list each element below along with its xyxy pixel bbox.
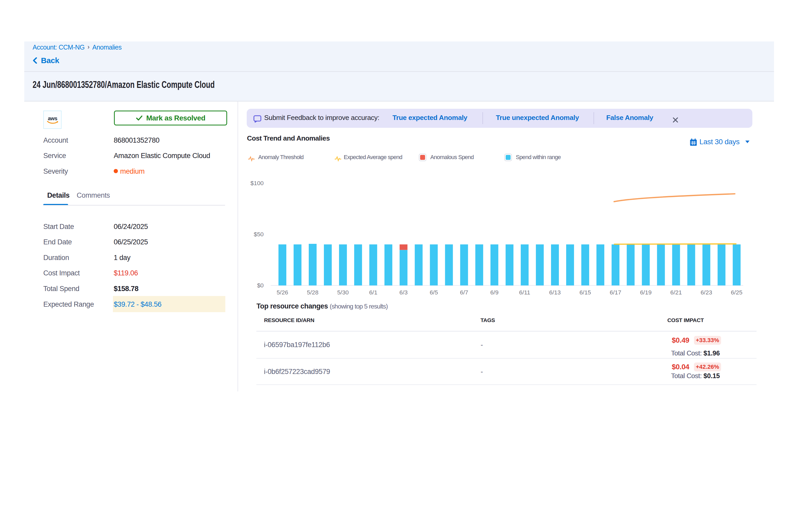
svg-text:6/17: 6/17 [610,289,621,296]
svg-text:6/19: 6/19 [640,289,651,296]
svg-text:6/21: 6/21 [670,289,682,296]
svg-text:6/13: 6/13 [549,289,561,296]
svg-text:5/30: 5/30 [337,289,349,296]
svg-text:5/26: 5/26 [277,289,288,296]
svg-text:6/25: 6/25 [731,289,742,296]
svg-text:6/11: 6/11 [519,289,530,296]
svg-text:6/7: 6/7 [460,289,468,296]
svg-text:6/5: 6/5 [430,289,438,296]
svg-text:$50: $50 [254,231,264,238]
svg-text:6/15: 6/15 [580,289,591,296]
svg-text:$100: $100 [250,180,264,187]
svg-text:$0: $0 [257,282,264,289]
svg-text:5/28: 5/28 [307,289,318,296]
svg-text:6/23: 6/23 [701,289,712,296]
svg-text:6/9: 6/9 [490,289,499,296]
svg-text:6/1: 6/1 [369,289,377,296]
svg-text:6/3: 6/3 [400,289,408,296]
svg-text:aws: aws [48,116,57,121]
